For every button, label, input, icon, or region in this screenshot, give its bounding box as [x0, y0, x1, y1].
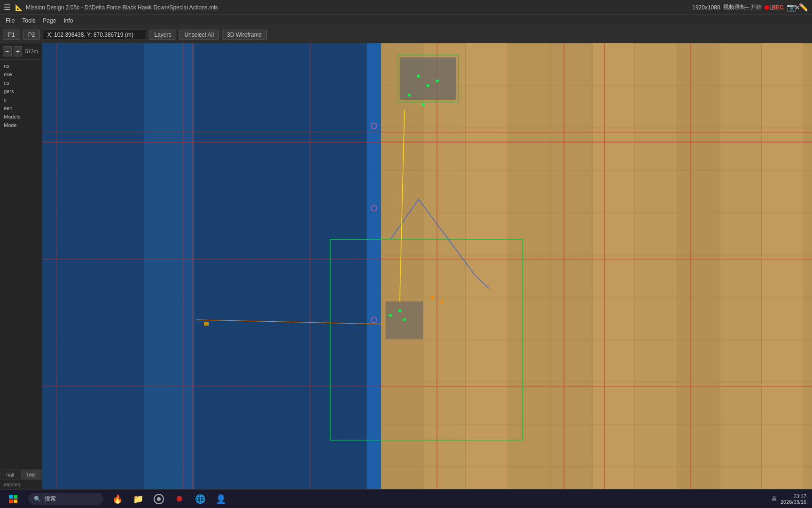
wireframe-button[interactable]: 3D Wireframe — [222, 30, 267, 40]
search-bar[interactable]: 🔍 搜索 — [28, 493, 103, 505]
zoom-in-button[interactable]: + — [14, 46, 23, 56]
tab-tiler[interactable]: Tiler — [21, 470, 42, 479]
taskbar-steam-icon[interactable] — [152, 492, 165, 506]
date-display: 2026/03/16 — [781, 499, 806, 505]
sidebar-item-een[interactable]: een — [0, 104, 42, 112]
minimize-button[interactable]: ─ — [736, 0, 757, 15]
maximize-button[interactable]: □ — [761, 0, 783, 15]
tab-thumbnail[interactable]: nail — [0, 470, 21, 479]
window-controls: ─ □ ✕ — [736, 0, 812, 15]
taskbar-record-icon[interactable]: ⏺ — [173, 492, 186, 506]
title-bar: ☰ 📐 Mission Design 2.05c - D:\Delta Forc… — [0, 0, 812, 15]
start-button[interactable] — [6, 492, 21, 507]
sidebar-tabs: nail Tiler — [0, 469, 42, 479]
svg-rect-2 — [9, 500, 13, 503]
coord-display: X: 102.398438, Y: 870.386719 (m) — [43, 30, 146, 40]
map-canvas[interactable] — [42, 43, 812, 489]
close-button[interactable]: ✕ — [787, 0, 808, 15]
search-text: 搜索 — [45, 495, 56, 503]
menu-info[interactable]: Info — [60, 16, 77, 25]
sidebar-item-nce[interactable]: nce — [0, 70, 42, 79]
sidebar-item-ns[interactable]: ns — [0, 62, 42, 70]
sidebar-item-mode[interactable]: Mode — [0, 121, 42, 129]
svg-rect-1 — [14, 495, 17, 499]
sidebar-item-gers[interactable]: gers — [0, 87, 42, 95]
svg-rect-0 — [9, 495, 13, 499]
toolbar: P1 P2 X: 102.398438, Y: 870.386719 (m) L… — [0, 26, 812, 43]
layers-button[interactable]: Layers — [149, 30, 176, 40]
sidebar: − + 512m ns nce es gers e een Models Mod… — [0, 43, 42, 489]
svg-rect-3 — [14, 500, 17, 503]
taskbar-flame-icon[interactable]: 🔥 — [111, 492, 124, 506]
menu-tools[interactable]: Tools — [18, 16, 39, 25]
resolution-display: 1920x1080 — [692, 4, 720, 11]
taskbar-right: 英 23:17 2026/03/16 — [772, 493, 806, 505]
selected-label: elected — [4, 482, 20, 487]
svg-point-5 — [157, 497, 161, 501]
zoom-controls: − + 512m — [0, 43, 42, 60]
taskbar-edge-icon[interactable]: 🌐 — [194, 492, 207, 506]
app-menu-icon[interactable]: ☰ — [4, 3, 10, 12]
title-bar-icon: 📐 — [15, 4, 23, 11]
zoom-value: 512m — [24, 48, 39, 54]
menu-page[interactable]: Page — [39, 16, 60, 25]
zoom-out-button[interactable]: − — [3, 46, 12, 56]
system-clock: 23:17 2026/03/16 — [781, 493, 806, 505]
sidebar-item-es[interactable]: es — [0, 79, 42, 87]
taskbar-folder-icon[interactable]: 📁 — [132, 492, 145, 506]
p2-button[interactable]: P2 — [23, 30, 40, 40]
main-layout: − + 512m ns nce es gers e een Models Mod… — [0, 43, 812, 489]
unselect-all-button[interactable]: Unselect All — [179, 30, 219, 40]
time-display: 23:17 — [781, 493, 806, 499]
title-bar-title: Mission Design 2.05c - D:\Delta Force Bl… — [26, 4, 692, 11]
sidebar-footer: elected — [0, 479, 42, 489]
search-icon: 🔍 — [34, 496, 41, 502]
sidebar-item-e[interactable]: e — [0, 95, 42, 104]
taskbar-user-icon[interactable]: 👤 — [214, 492, 227, 506]
map-area[interactable] — [42, 43, 812, 489]
ime-indicator[interactable]: 英 — [772, 495, 777, 502]
sidebar-items: ns nce es gers e een Models Mode — [0, 60, 42, 469]
menu-file[interactable]: File — [2, 16, 18, 25]
sidebar-item-models[interactable]: Models — [0, 112, 42, 121]
taskbar: 🔍 搜索 🔥 📁 ⏺ 🌐 👤 英 23:17 2026/03/16 — [0, 489, 812, 508]
p1-button[interactable]: P1 — [3, 30, 20, 40]
menu-bar: File Tools Page Info — [0, 15, 812, 26]
